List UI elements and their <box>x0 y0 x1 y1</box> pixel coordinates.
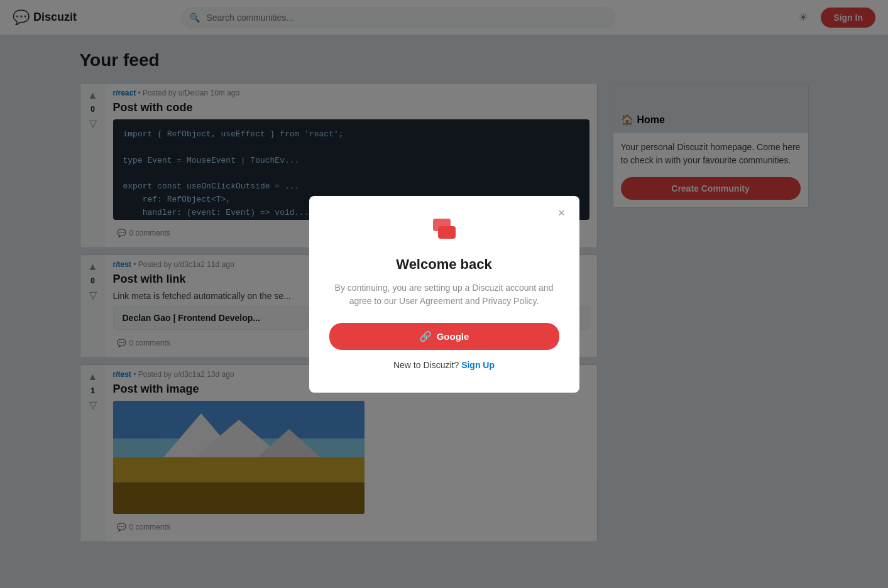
google-icon: 🔗 <box>419 330 432 342</box>
modal: × Welcome back By continuing, you are se… <box>309 196 579 393</box>
sign-up-link[interactable]: Sign Up <box>461 360 495 370</box>
modal-description: By continuing, you are setting up a Disc… <box>329 281 559 308</box>
svg-rect-9 <box>438 226 456 239</box>
modal-title: Welcome back <box>329 256 559 273</box>
modal-footer-text: New to Discuzit? <box>393 360 459 370</box>
google-button-label: Google <box>437 331 469 342</box>
modal-footer: New to Discuzit? Sign Up <box>329 360 559 370</box>
discuzit-logo-svg <box>432 216 457 241</box>
modal-overlay[interactable]: × Welcome back By continuing, you are se… <box>0 0 888 588</box>
google-sign-in-button[interactable]: 🔗 Google <box>329 323 559 350</box>
modal-close-button[interactable]: × <box>553 205 571 222</box>
modal-logo-icon <box>329 216 559 246</box>
